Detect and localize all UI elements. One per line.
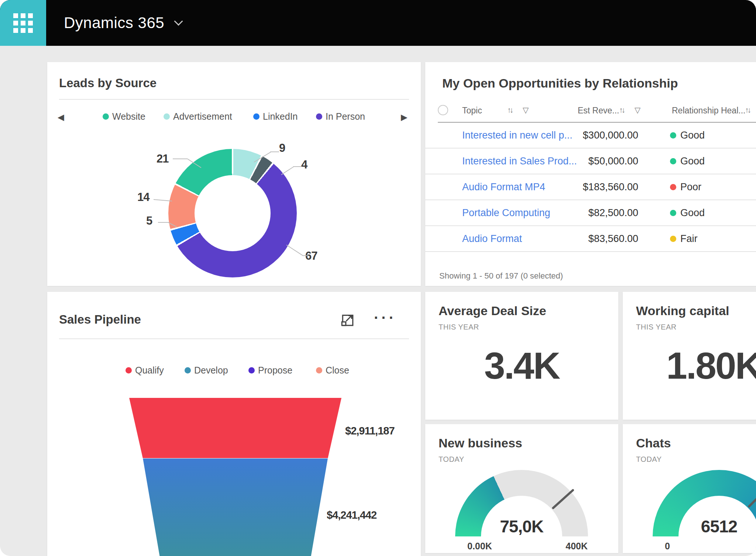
health-label: Fair [680, 233, 698, 245]
gauge-value: 6512 [653, 516, 756, 536]
column-header-topic[interactable]: Topic [462, 106, 482, 116]
table-row[interactable]: Interested in new cell p... $300,000.00 … [425, 123, 756, 149]
funnel-chart[interactable] [129, 398, 341, 556]
legend-item-linkedin[interactable]: LinkedIn [253, 111, 298, 122]
more-options-icon[interactable]: ··· [374, 310, 396, 326]
sort-icon[interactable]: ↑↓ [507, 106, 512, 115]
opportunity-topic-link[interactable]: Audio Format MP4 [462, 181, 545, 193]
gauge-axis-labels: 0 [665, 541, 756, 552]
waffle-icon [13, 13, 33, 33]
gauge-chart[interactable]: 75,0K [455, 470, 588, 536]
callout-line [270, 151, 279, 152]
legend-prev-icon[interactable]: ◀ [58, 112, 64, 122]
legend-item-qualify[interactable]: Qualify [126, 365, 164, 376]
opportunities-rows: Interested in new cell p... $300,000.00 … [425, 123, 756, 252]
funnel-stage-develop[interactable] [129, 458, 341, 556]
health-dot [670, 158, 676, 164]
sort-icon[interactable]: ↑↓ [745, 106, 750, 115]
legend-item-develop[interactable]: Develop [185, 365, 228, 376]
health-dot [670, 236, 676, 242]
app-title: Dynamics 365 [64, 14, 164, 32]
funnel-stage-qualify[interactable] [129, 398, 341, 458]
gauge-axis-labels: 0.00K 400K [467, 541, 588, 552]
legend-label: Propose [258, 365, 292, 376]
legend-swatch [126, 367, 132, 373]
opportunity-health: Poor [670, 181, 701, 193]
column-header-health[interactable]: Relationship Heal... [672, 106, 745, 116]
data-label: 14 [137, 191, 149, 204]
health-label: Good [680, 207, 705, 219]
table-row[interactable]: Audio Format $83,560.00 Fair [425, 226, 756, 252]
legend-swatch [316, 367, 322, 373]
opportunity-revenue: $300,000.00 [551, 130, 638, 141]
average-deal-size-tile[interactable]: Average Deal Size THIS YEAR 3.4K [425, 292, 618, 420]
legend-item-propose[interactable]: Propose [248, 365, 292, 376]
callout-line [154, 199, 172, 201]
tile-title: Chats [636, 436, 671, 450]
health-dot [670, 184, 676, 190]
app-launcher-button[interactable] [0, 0, 46, 46]
health-dot [670, 210, 676, 216]
callout-line [158, 222, 169, 223]
table-row[interactable]: Portable Computing $82,500.00 Good [425, 200, 756, 226]
kpi-value: 1.80K [623, 344, 756, 388]
working-capital-tile[interactable]: Working capital THIS YEAR 1.80K [623, 292, 756, 420]
table-header: Topic ↑↓ ▽ Est Reve... ↑↓ ▽ Relationship… [425, 100, 756, 122]
table-footer-status: Showing 1 - 50 of 197 (0 selected) [439, 271, 563, 281]
new-business-tile[interactable]: New business TODAY 75,0K 0.00K 400K [425, 424, 618, 553]
opportunity-revenue: $83,560.00 [551, 233, 638, 245]
opportunity-health: Fair [670, 233, 698, 245]
legend-item-in-person[interactable]: In Person [316, 111, 365, 122]
legend-item-close[interactable]: Close [316, 365, 349, 376]
opportunity-topic-link[interactable]: Audio Format [462, 233, 522, 245]
health-label: Good [680, 130, 705, 141]
filter-icon[interactable]: ▽ [635, 106, 640, 115]
focus-mode-icon[interactable] [341, 313, 355, 327]
legend-swatch [103, 113, 109, 120]
gauge-max-label: 400K [566, 541, 588, 552]
table-row[interactable]: Interested in Sales Prod... $50,000.00 G… [425, 149, 756, 174]
callout-line [286, 245, 303, 256]
opportunity-topic-link[interactable]: Portable Computing [462, 207, 550, 219]
legend-label: Develop [194, 365, 228, 376]
open-opportunities-card: My Open Opportunities by Relationship To… [425, 62, 756, 286]
data-label: 4 [301, 158, 307, 171]
tile-title: New business [439, 436, 522, 450]
card-title: My Open Opportunities by Relationship [442, 76, 678, 91]
leads-donut-chart[interactable] [168, 149, 297, 277]
legend-label: Qualify [135, 365, 164, 376]
data-label: $4,241,442 [327, 509, 377, 521]
tile-title: Average Deal Size [439, 304, 546, 318]
legend-item-advertisement[interactable]: Advertisement [164, 111, 232, 122]
data-label: 21 [157, 152, 168, 166]
filter-icon[interactable]: ▽ [523, 106, 529, 115]
health-dot [670, 132, 676, 139]
card-title: Sales Pipeline [59, 313, 141, 327]
column-header-revenue[interactable]: Est Reve... [578, 106, 619, 116]
tile-period: THIS YEAR [439, 323, 479, 331]
legend-label: Website [112, 111, 145, 122]
legend-next-icon[interactable]: ▶ [401, 112, 408, 122]
gauge-min-label: 0 [665, 541, 670, 552]
callout-line [281, 166, 294, 175]
divider [59, 99, 409, 100]
sort-icon[interactable]: ↑↓ [619, 106, 624, 115]
opportunity-health: Good [670, 207, 705, 219]
chats-tile[interactable]: Chats TODAY 6512 0 [623, 424, 756, 553]
callout-line [293, 166, 301, 167]
chevron-down-icon[interactable] [174, 17, 183, 25]
legend-swatch [248, 367, 255, 373]
legend-swatch [164, 113, 170, 120]
legend-label: Close [326, 365, 349, 376]
data-label: $2,911,187 [345, 425, 395, 437]
opportunity-revenue: $82,500.00 [551, 207, 638, 219]
sales-pipeline-card: Sales Pipeline ··· Qualify Develop Propo… [47, 292, 421, 556]
opportunity-revenue: $183,560.00 [551, 181, 638, 193]
tile-title: Working capital [636, 304, 729, 318]
tile-period: TODAY [439, 455, 464, 464]
gauge-chart[interactable]: 6512 [653, 470, 756, 536]
opportunity-health: Good [670, 156, 705, 167]
table-row[interactable]: Audio Format MP4 $183,560.00 Poor [425, 174, 756, 200]
select-all-checkbox[interactable] [438, 105, 448, 115]
legend-item-website[interactable]: Website [103, 111, 145, 122]
